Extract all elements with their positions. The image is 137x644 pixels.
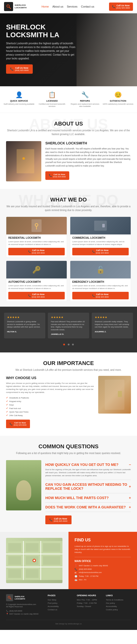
list-item-3: Fast lock out: [6, 407, 94, 410]
about-card-title: SHERLOCK LOCKSMITH: [45, 141, 131, 145]
dot-1[interactable]: [68, 344, 70, 345]
footer-hours-0: Mon-Thu: 7:00 - 10PM: [77, 599, 102, 601]
svg-rect-10: [8, 556, 21, 565]
faq-answer-0: Due to the urgency of the job, the type …: [45, 468, 131, 477]
importance-image: [98, 376, 131, 414]
emergency-cta-button[interactable]: 📞 Call Us Now (818) 925-9000: [72, 292, 129, 299]
footer-page-1[interactable]: Pool policy: [48, 602, 73, 604]
nav-home[interactable]: Home: [42, 5, 49, 8]
calendar-icon: 📅: [75, 579, 78, 581]
faq-section: COMMON QUESTIONS Following are a list of…: [0, 436, 137, 532]
residential-cta-button[interactable]: 📞 Call Us Now (818) 925-9000: [8, 248, 65, 255]
nav-about[interactable]: About us: [52, 5, 63, 8]
testimonial-name-1: JANNELLE D.: [51, 333, 86, 335]
nav-contact[interactable]: Contact us: [81, 5, 94, 8]
location-icon: 📍: [75, 565, 78, 567]
footer-address: 📍 9447 Garden 11 martin clay 90043: [6, 613, 44, 615]
footer-logo-icon: [6, 594, 13, 601]
svg-point-16: [33, 560, 35, 561]
faq-question-3[interactable]: DOES THE WORK COME WITH A GUARANTEE? +: [45, 505, 131, 509]
faq-toggle-1: +: [129, 485, 131, 489]
list-item-0: Deadbolts & Padlocks: [6, 396, 94, 399]
logo-icon: [4, 2, 13, 11]
about-section: ABOUT US ABOUT US Sherlock Locksmith LA …: [0, 113, 137, 189]
find-email: ✉ info@sherloclocksmithla.com: [75, 572, 131, 574]
footer-logo-text: SHERLOCK LOCKSMITH: [15, 595, 25, 600]
faq-subtitle: Following are a list of questions that m…: [6, 451, 131, 455]
service-residential: RESIDENTIAL LOCKSMITH Lorem ipsum dolor …: [6, 217, 67, 258]
faq-image: [6, 460, 41, 510]
dot-0[interactable]: [63, 344, 65, 345]
svg-point-17: [8, 596, 10, 598]
automotive-cta-button[interactable]: 📞 Call Us Now (818) 925-9000: [8, 292, 65, 299]
features-bar: 👤 QUICK SERVICE Swift delivery and recei…: [0, 86, 137, 113]
feature-repairs-desc: Repairs and replacement services also av…: [70, 103, 100, 108]
stars-0: ★★★★★: [7, 316, 42, 319]
faq-title: COMMON QUESTIONS: [6, 443, 131, 450]
importance-body: When you choose us you're getting servic…: [6, 382, 94, 394]
importance-section: OUR IMPORTANCE We at Sherlock Locksmith …: [0, 352, 137, 436]
service-residential-image: [6, 217, 67, 234]
licensed-icon: 📋: [37, 91, 67, 98]
about-card-body: Each house needs a locksmith. You will r…: [45, 147, 131, 168]
service-emergency: 🔓 EMERGENCY LOCKSMITH Lorem ipsum dolor …: [70, 261, 131, 302]
phone-icon: 📞: [75, 568, 78, 571]
nav-cta-button[interactable]: 📞 Call Us Now (818) 925-9000: [109, 3, 133, 11]
footer-hours-col: OPENING HOURS Mon-Thu: 7:00 - 10PM Frida…: [77, 594, 102, 616]
service-emergency-image: 🔓: [70, 261, 131, 278]
faq-cta-button[interactable]: 📞 Call Us Now (818) 925-9000: [45, 515, 72, 524]
hero-cta-button[interactable]: 📞 Call Us Now (818) 925-9000: [6, 64, 33, 74]
faq-item-1: CAN YOU GAIN ACCESS WITHOUT NEEDING TO R…: [45, 480, 131, 493]
about-cta-button[interactable]: 📞 Call Us Now (818) 925-9000: [45, 171, 69, 180]
nav-logo: SHERLOCK LOCKSMITH: [4, 2, 27, 11]
testimonial-0: ★★★★★ Sherlock Locksmith is giving stell…: [4, 313, 45, 338]
what-subtitle: We are your locally insured and trusted …: [6, 205, 131, 212]
svg-rect-7: [8, 543, 21, 552]
find-address: 📍 9447 Garden 11 martin clay 90043: [75, 565, 131, 567]
testimonial-text-0: Sherlock Locksmith is giving stellar ser…: [7, 320, 42, 329]
nav-services[interactable]: Services: [67, 5, 77, 8]
footer-page-0[interactable]: Our Story: [48, 599, 73, 601]
feature-satisfaction-desc: 100% satisfactory locksmith services: [102, 103, 133, 105]
find-hours: 🕐 Today: 7:00 - 17:00 PM: [75, 575, 131, 578]
emergency-desc: Lorem ipsum dolor sit amet, consectetur …: [72, 285, 129, 290]
feature-quick-service: 👤 QUICK SERVICE Swift delivery and recei…: [3, 91, 36, 108]
svg-rect-9: [43, 543, 60, 552]
footer-link-2[interactable]: Accessibility: [106, 605, 131, 608]
faq-question-1[interactable]: CAN YOU GAIN ACCESS WITHOUT NEEDING TO R…: [45, 482, 131, 491]
services-grid: RESIDENTIAL LOCKSMITH Lorem ipsum dolor …: [6, 217, 131, 302]
importance-cta-button[interactable]: 📞 Call Us Now (818) 925-9000: [6, 420, 30, 428]
find-body: Linked up on some of phone & to sign up …: [75, 545, 131, 554]
residential-name: RESIDENTIAL LOCKSMITH: [8, 236, 65, 239]
list-item-2: Keys: [6, 404, 94, 406]
svg-rect-11: [26, 556, 39, 565]
footer-page-3[interactable]: Contact us: [48, 609, 73, 611]
commercial-desc: Lorem ipsum dolor sit amet, consectetur …: [72, 240, 129, 246]
faq-question-2[interactable]: HOW MUCH WILL THE PARTS COST? +: [45, 496, 131, 500]
testimonials-section: ★★★★★ Sherlock Locksmith is giving stell…: [0, 307, 137, 352]
phone-icon: 📞: [10, 423, 13, 425]
faq-list: HOW QUICKLY CAN YOU GET OUT TO ME? − Due…: [45, 460, 131, 524]
automotive-desc: Lorem ipsum dolor sit amet, consectetur …: [8, 285, 65, 290]
hero-section: SHERLOCK LOCKSMITH LA Sherlock Locksmith…: [0, 13, 137, 86]
footer-links-col: LINKS Terms & Conditions Our policy Acce…: [106, 594, 131, 616]
email-icon: ✉: [75, 572, 78, 574]
nav-links: Home About us Services Contact us: [42, 5, 94, 8]
testimonial-name-2: AGUIRRE Z.: [95, 331, 130, 333]
find-map: [6, 538, 62, 583]
footer-page-2[interactable]: Accessibility: [48, 605, 73, 608]
faq-item-2: HOW MUCH WILL THE PARTS COST? +: [45, 493, 131, 503]
footer-link-1[interactable]: Our policy: [106, 602, 131, 604]
footer-link-3[interactable]: Cookie policy: [106, 609, 131, 611]
footer: SHERLOCK LOCKSMITH © Copyright sherloclo…: [0, 589, 137, 630]
dot-2[interactable]: [72, 344, 74, 345]
footer-links-title: LINKS: [106, 594, 131, 597]
phone-icon: 📞: [10, 67, 14, 71]
residential-desc: Lorem ipsum dolor sit amet, consectetur …: [8, 240, 65, 246]
footer-grid: SHERLOCK LOCKSMITH © Copyright sherloclo…: [6, 594, 131, 616]
commercial-cta-button[interactable]: 📞 Call Us Now (818) 925-9000: [72, 248, 129, 255]
footer-link-0[interactable]: Terms & Conditions: [106, 599, 131, 601]
phone-icon: 📞: [49, 518, 52, 521]
faq-question-0[interactable]: HOW QUICKLY CAN YOU GET OUT TO ME? −: [45, 463, 131, 467]
feature-satisfaction: 😊 SATISFACTION 100% satisfactory locksmi…: [101, 91, 134, 108]
